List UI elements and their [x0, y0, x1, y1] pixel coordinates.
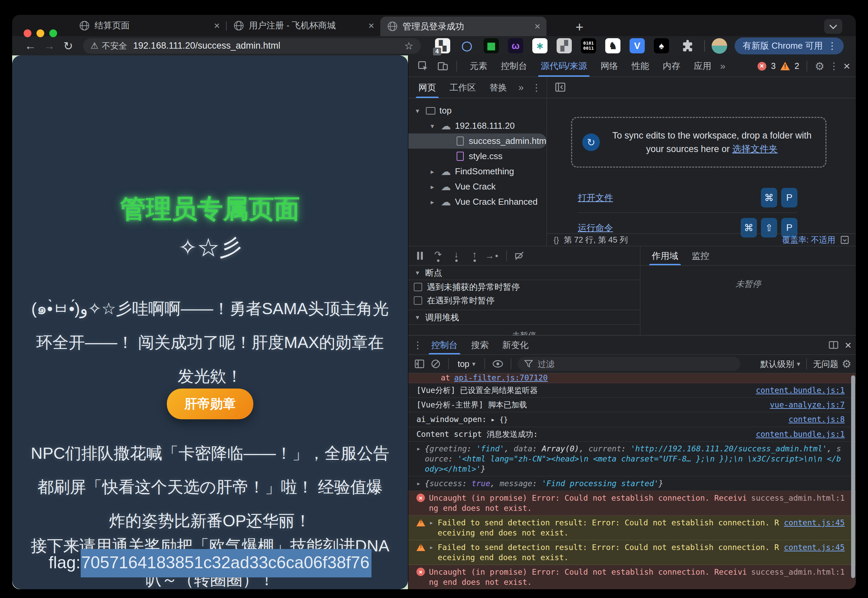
breakpoints-section-header[interactable]: ▾ 断点 — [408, 266, 640, 280]
browser-tab-2[interactable]: 用户注册 - 飞机杯商城× — [227, 15, 380, 36]
minimize-window-button[interactable] — [36, 29, 44, 37]
console-source-link[interactable]: content.js:8 — [789, 414, 845, 425]
matrix-extension-icon[interactable]: ▦ — [484, 38, 499, 53]
figure-extension-icon[interactable]: ♞ — [605, 38, 620, 53]
issues-status[interactable]: 无问题 — [813, 359, 838, 369]
bookmark-star-icon[interactable]: ☆ — [404, 40, 413, 52]
tree-arrow-icon[interactable]: ▸ — [428, 198, 437, 206]
expander-icon[interactable]: ▸ — [429, 542, 434, 552]
stack-source-link[interactable]: api-filter.js:707120 — [454, 373, 548, 383]
tree-item-top[interactable]: ▾top — [408, 103, 546, 118]
close-window-button[interactable] — [24, 29, 31, 37]
callstack-section-header[interactable]: ▾ 调用堆栈 — [408, 310, 640, 325]
log-level-selector[interactable]: 默认级别 ▾ — [760, 359, 800, 369]
snowflake-extension-icon[interactable]: ∗ — [532, 38, 547, 53]
tab-close-icon[interactable]: × — [368, 21, 374, 31]
device-toolbar-icon[interactable] — [434, 61, 452, 72]
coverage-status[interactable]: 覆盖率: 不适用 — [782, 235, 835, 245]
address-bar[interactable]: ⚠ 不安全 192.168.111.20/success_admin.html … — [83, 38, 421, 54]
chrome-update-button[interactable]: 有新版 Chrome 可用 ⋮ — [735, 37, 844, 54]
browser-tab-3[interactable]: 管理员登录成功× — [380, 16, 546, 36]
v-calculator-extension-icon[interactable]: V — [629, 38, 645, 53]
console-source-link[interactable]: content.bundle.js:1 — [756, 429, 845, 439]
console-source-link[interactable]: success_admin.html:1 — [751, 567, 845, 577]
binary-extension-icon[interactable]: 0101 0011 — [581, 38, 596, 53]
tab-close-icon[interactable]: × — [534, 21, 540, 31]
tree-item-Vue Crack[interactable]: ▸☁Vue Crack — [408, 179, 546, 194]
devtools-tab-内存[interactable]: 内存 — [656, 55, 687, 77]
extensions-puzzle-icon[interactable] — [677, 39, 698, 53]
collapse-sidebar-icon[interactable] — [552, 82, 569, 93]
select-folder-link[interactable]: 选择文件夹 — [732, 144, 778, 154]
console-source-link[interactable]: vue-analyze.js:7 — [770, 400, 845, 410]
step-over-icon[interactable]: ↷ — [431, 250, 446, 262]
tree-arrow-icon[interactable]: ▸ — [428, 183, 437, 191]
reload-button[interactable]: ↻ — [59, 39, 78, 53]
workspace-sync-dropzone[interactable]: ↻ To sync edits to the workspace, drop a… — [571, 117, 826, 167]
pause-script-icon[interactable] — [412, 252, 427, 260]
browser-menu-kebab-icon[interactable]: ⋮ — [828, 40, 837, 51]
devtools-menu-kebab-icon[interactable]: ⋮ — [829, 60, 839, 72]
console-sidebar-icon[interactable] — [413, 359, 426, 369]
zoom-window-button[interactable] — [49, 29, 57, 37]
devtools-tab-元素[interactable]: 元素 — [463, 55, 494, 77]
tab-close-icon[interactable]: × — [214, 21, 220, 31]
tree-item-192.168.111.20[interactable]: ▾☁192.168.111.20 — [408, 118, 546, 133]
sources-tab-网页[interactable]: 网页 — [412, 77, 443, 98]
scope-tab-作用域[interactable]: 作用域 — [645, 246, 685, 265]
error-count[interactable]: 3 — [771, 61, 776, 71]
warning-count[interactable]: 2 — [795, 61, 799, 71]
step-out-icon[interactable]: ↑ — [467, 250, 482, 262]
console-close-icon[interactable]: × — [845, 338, 852, 352]
devtools-tab-源代码/来源[interactable]: 源代码/来源 — [534, 55, 594, 77]
tree-arrow-icon[interactable]: ▾ — [428, 122, 437, 130]
tree-item-success_admin.html[interactable]: success_admin.html — [408, 133, 546, 149]
console-tab-控制台[interactable]: 控制台 — [425, 335, 464, 354]
cat-extension-icon[interactable]: ω — [508, 38, 523, 53]
console-source-link[interactable]: success_admin.html:1 — [751, 493, 845, 503]
shortcut-link[interactable]: 打开文件 — [578, 192, 613, 204]
expander-icon[interactable]: ▸ — [416, 478, 421, 489]
context-selector[interactable]: top ▾ — [455, 359, 478, 369]
checkbox[interactable] — [414, 296, 422, 305]
forward-button[interactable]: → — [40, 39, 59, 52]
ring-extension-icon[interactable]: ◯ — [459, 38, 474, 53]
sources-tab-工作区[interactable]: 工作区 — [443, 77, 483, 98]
medal-button[interactable]: 肝帝勋章 — [167, 389, 253, 419]
security-chip[interactable]: ⚠ 不安全 — [91, 40, 127, 51]
sources-tab-替换[interactable]: 替换 — [483, 77, 514, 98]
console-tab-新变化[interactable]: 新变化 — [495, 335, 535, 354]
more-tabs-icon[interactable]: » — [720, 61, 725, 72]
console-source-link[interactable]: content.js:45 — [784, 517, 845, 528]
spade-extension-icon[interactable]: ♠ — [654, 38, 669, 53]
split-panel-icon[interactable] — [828, 340, 839, 350]
inspect-element-icon[interactable] — [415, 61, 432, 72]
devtools-tab-性能[interactable]: 性能 — [625, 55, 656, 77]
husky-extension-icon[interactable]: ▞ — [556, 38, 572, 53]
tree-item-FindSomething[interactable]: ▸☁FindSomething — [408, 164, 546, 179]
settings-gear-icon[interactable]: ⚙ — [814, 60, 825, 73]
browser-tab-1[interactable]: 结算页面× — [72, 15, 226, 36]
scope-tab-监控[interactable]: 监控 — [685, 246, 716, 265]
tree-item-Vue Crack Enhanced[interactable]: ▸☁Vue Crack Enhanced — [408, 194, 546, 209]
sources-kebab-icon[interactable]: ⋮ — [529, 77, 545, 98]
warning-count-icon[interactable]: ! — [780, 62, 790, 70]
error-count-icon[interactable]: × — [758, 62, 767, 70]
braces-icon[interactable]: {} — [553, 235, 559, 245]
devtools-close-icon[interactable]: × — [843, 60, 850, 73]
expander-icon[interactable]: ▸ — [429, 517, 434, 528]
devtools-tab-应用[interactable]: 应用 — [687, 55, 718, 77]
console-scrollbar[interactable] — [851, 375, 855, 578]
tab-search-button[interactable] — [824, 19, 842, 34]
back-button[interactable]: ← — [21, 39, 40, 52]
tree-arrow-icon[interactable]: ▸ — [428, 167, 437, 176]
console-settings-gear-icon[interactable]: ⚙ — [842, 357, 852, 370]
devtools-tab-网络[interactable]: 网络 — [594, 55, 625, 77]
poster-extension-icon[interactable]: ▚4 — [435, 38, 450, 53]
console-tab-搜索[interactable]: 搜索 — [464, 335, 495, 354]
console-filter-input[interactable]: 过滤 — [518, 357, 740, 371]
drawer-menu-kebab-icon[interactable]: ⋮ — [413, 339, 422, 351]
clear-console-icon[interactable] — [429, 359, 442, 369]
expander-icon[interactable]: ▸ {} — [487, 416, 508, 424]
coverage-panel-icon[interactable] — [840, 235, 849, 245]
